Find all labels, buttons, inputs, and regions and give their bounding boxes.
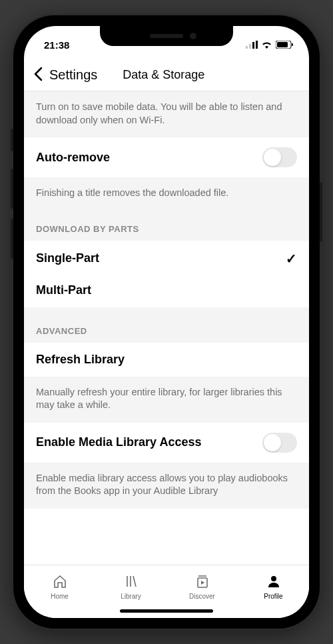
media-library-access-label: Enable Media Library Access (36, 435, 201, 449)
svg-line-9 (133, 576, 136, 587)
wifi-icon (261, 39, 272, 51)
discover-icon (194, 573, 210, 591)
tab-discover[interactable]: Discover (166, 565, 238, 607)
settings-content[interactable]: Turn on to save mobile data. You will be… (24, 91, 309, 565)
back-chevron-icon[interactable] (33, 67, 44, 84)
tab-home[interactable]: Home (24, 565, 95, 607)
power-button (320, 182, 322, 242)
tab-profile-label: Profile (264, 593, 282, 600)
download-by-parts-header: DOWNLOAD BY PARTS (24, 211, 309, 241)
mute-switch (11, 129, 13, 151)
auto-remove-label: Auto-remove (36, 151, 110, 165)
svg-rect-6 (292, 43, 293, 46)
nav-bar: Settings Data & Storage (24, 59, 309, 91)
svg-rect-1 (249, 44, 251, 49)
advanced-header: ADVANCED (24, 307, 309, 343)
status-indicators (246, 39, 293, 51)
auto-remove-description: Finishing a title removes the downloaded… (24, 177, 309, 211)
tab-library[interactable]: Library (95, 565, 166, 607)
notch (100, 26, 233, 46)
svg-rect-5 (277, 42, 288, 47)
wifi-only-description: Turn on to save mobile data. You will be… (24, 91, 309, 137)
svg-point-12 (271, 576, 276, 581)
refresh-library-description: Manually refresh your entire library, fo… (24, 377, 309, 423)
tab-home-label: Home (51, 593, 69, 600)
auto-remove-toggle[interactable] (262, 147, 297, 167)
tab-discover-label: Discover (189, 593, 215, 600)
page-title: Data & Storage (103, 68, 300, 82)
battery-icon (276, 39, 293, 51)
svg-rect-3 (256, 41, 258, 49)
refresh-library-row[interactable]: Refresh Library (24, 343, 309, 377)
media-library-access-row[interactable]: Enable Media Library Access (24, 423, 309, 463)
home-icon (52, 573, 68, 591)
auto-remove-row[interactable]: Auto-remove (24, 137, 309, 177)
library-icon (123, 573, 139, 591)
tab-profile[interactable]: Profile (238, 565, 309, 607)
single-part-label: Single-Part (36, 251, 99, 265)
volume-down-button (11, 219, 13, 259)
volume-up-button (11, 169, 13, 209)
media-library-access-description: Enable media library access allows you t… (24, 463, 309, 509)
svg-rect-0 (246, 46, 248, 49)
refresh-library-label: Refresh Library (36, 353, 125, 367)
screen: 21:38 Settings Data & Storage Turn (24, 26, 309, 618)
media-library-access-toggle[interactable] (262, 433, 297, 453)
single-part-row[interactable]: Single-Part ✓ (24, 241, 309, 277)
home-indicator[interactable] (120, 609, 213, 613)
svg-rect-2 (252, 42, 254, 49)
profile-icon (266, 573, 282, 591)
multi-part-label: Multi-Part (36, 283, 91, 297)
checkmark-icon: ✓ (286, 251, 297, 267)
multi-part-row[interactable]: Multi-Part (24, 277, 309, 307)
back-button[interactable]: Settings (49, 67, 97, 83)
tab-library-label: Library (121, 593, 141, 600)
cellular-icon (246, 39, 258, 51)
status-time: 21:38 (44, 39, 69, 51)
phone-frame: 21:38 Settings Data & Storage Turn (13, 15, 320, 629)
